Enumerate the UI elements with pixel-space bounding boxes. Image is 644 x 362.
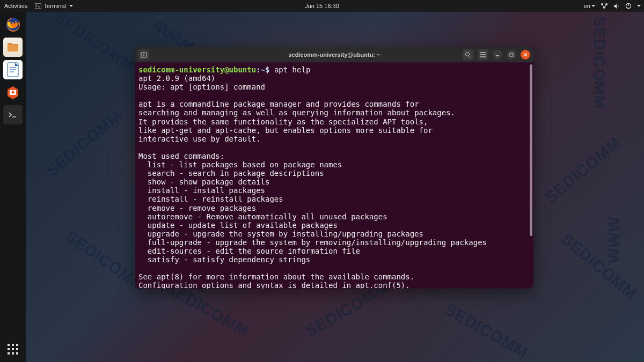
window-title: sedicomm-university@ubuntu: ~: [288, 51, 380, 58]
svg-point-13: [12, 91, 14, 94]
prompt-user: sedicomm-university@ubuntu: [138, 65, 256, 74]
activities-button[interactable]: Activities: [4, 3, 27, 9]
window-titlebar[interactable]: sedicomm-university@ubuntu: ~: [135, 47, 533, 62]
terminal-icon: [35, 3, 41, 9]
top-bar: Activities Terminal Jun 15 16:30 en: [0, 0, 644, 12]
terminal-menu-label: Terminal: [43, 3, 66, 9]
chevron-down-icon: [591, 5, 595, 8]
svg-point-18: [466, 53, 470, 56]
terminal-menu[interactable]: Terminal: [35, 3, 73, 9]
dock: [0, 12, 26, 362]
close-button[interactable]: [521, 50, 530, 60]
system-menu-chevron[interactable]: [637, 5, 641, 8]
libreoffice-writer-icon[interactable]: [3, 60, 23, 79]
volume-icon[interactable]: [613, 3, 620, 9]
terminal-output: apt 2.0.9 (amd64) Usage: apt [options] c…: [138, 74, 529, 289]
prompt-path: :~$: [256, 65, 274, 74]
chevron-down-icon: [69, 5, 73, 8]
show-applications-icon[interactable]: [5, 342, 20, 357]
files-app-icon[interactable]: [3, 38, 23, 57]
terminal-body[interactable]: sedicomm-university@ubuntu:~$ apt help a…: [135, 62, 533, 289]
ubuntu-software-icon[interactable]: [3, 83, 23, 102]
search-icon: [465, 51, 471, 58]
scrollbar-thumb[interactable]: [530, 64, 532, 236]
power-icon[interactable]: [625, 3, 632, 9]
firefox-app-icon[interactable]: [3, 15, 23, 34]
maximize-button[interactable]: [507, 50, 516, 60]
svg-rect-7: [8, 45, 18, 51]
clock[interactable]: Jun 15 16:30: [305, 3, 339, 9]
search-button[interactable]: [463, 49, 473, 60]
new-tab-icon: [141, 51, 147, 58]
hamburger-menu-button[interactable]: [478, 49, 488, 60]
new-tab-button[interactable]: [138, 49, 149, 60]
network-icon[interactable]: [601, 3, 608, 9]
language-indicator[interactable]: en: [584, 3, 595, 9]
svg-rect-0: [35, 3, 41, 9]
terminal-window: sedicomm-university@ubuntu: ~ sedicomm-u…: [135, 47, 533, 289]
language-label: en: [584, 3, 590, 9]
svg-rect-24: [510, 53, 513, 56]
svg-line-19: [469, 56, 471, 57]
minimize-button[interactable]: [493, 50, 502, 60]
command-text: apt help: [274, 65, 310, 74]
svg-rect-14: [7, 110, 19, 120]
terminal-app-icon[interactable]: [3, 105, 23, 124]
hamburger-icon: [480, 52, 486, 57]
